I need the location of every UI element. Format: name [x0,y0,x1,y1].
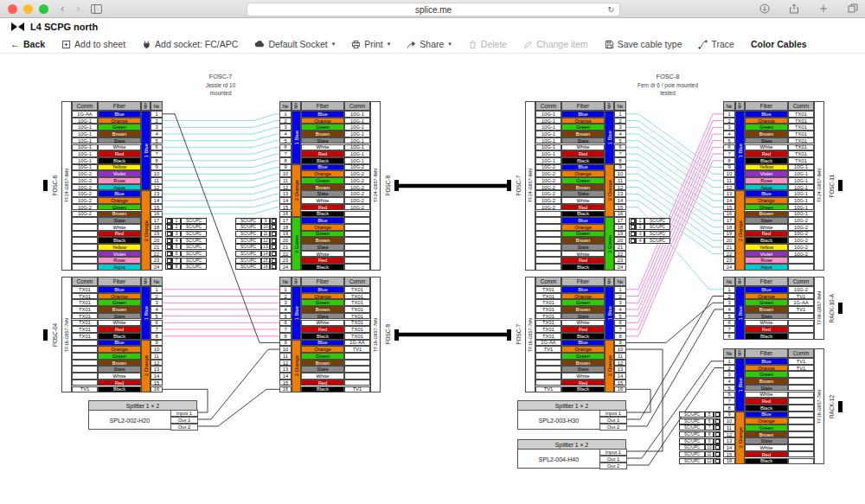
fiber-cell[interactable]: Black [561,211,605,218]
comm-cell[interactable]: 10G-2 [535,177,561,184]
socket-number[interactable]: 5 [172,244,181,250]
comm-cell[interactable]: 10G-1 [788,190,814,197]
socket-icon[interactable] [165,224,172,230]
socket-type-label[interactable]: SC/UPC [679,424,705,431]
socket-type-label[interactable]: SC/UPC [235,244,261,250]
fiber-cell[interactable]: White [98,224,141,231]
fiber-cell[interactable]: Violet [745,251,788,258]
splitter-port-input-1[interactable]: Input 1 [599,410,627,417]
comm-cell[interactable] [344,360,370,367]
fiber-cell[interactable]: Red [98,150,141,157]
comm-cell[interactable]: TV1 [788,293,814,300]
comm-cell[interactable] [344,237,370,244]
fiber-cell[interactable]: White [745,392,788,399]
comm-cell[interactable]: 10G-1 [788,170,814,177]
fiber-cell[interactable]: Blue [561,286,605,293]
new-tab-icon[interactable] [818,3,829,14]
comm-cell[interactable] [535,380,561,386]
fiber-cell[interactable]: Green [745,424,788,431]
fiber-cell[interactable]: Red [301,150,344,157]
fiber-cell[interactable]: Orange [745,118,788,124]
fiber-cell[interactable]: Green [301,177,344,184]
fiber-cell[interactable]: Red [745,326,788,333]
fiber-cell[interactable]: Red [301,257,344,264]
fiber-connection[interactable] [163,201,279,207]
fiber-cell[interactable]: Green [561,231,605,238]
fiber-cell[interactable]: Green [561,353,605,360]
fiber-cell[interactable]: Brown [745,131,788,137]
socket-type-label[interactable]: SC/UPC [235,231,261,237]
socket-type-label[interactable]: SC/UPC [181,231,207,237]
socket-type-label[interactable]: SC/UPC [235,251,261,257]
fiber-cell[interactable]: Red [561,204,605,211]
fiber-cell[interactable]: Blue [301,111,344,118]
fiber-cell[interactable]: Blue [745,286,788,293]
address-bar[interactable]: splice.me ↻ [247,3,620,16]
fiber-cell[interactable]: Blue [301,164,344,171]
socket-type-label[interactable]: SC/UPC [644,224,670,230]
fiber-cell[interactable]: Brown [301,131,344,137]
comm-cell[interactable]: 10G-1 [788,197,814,204]
fiber-connection[interactable] [163,121,279,128]
fiber-cell[interactable]: White [301,320,344,327]
fiber-cell[interactable]: Orange [98,118,141,124]
comm-cell[interactable]: TX01 [788,150,814,157]
fiber-cell[interactable]: Red [745,451,788,458]
socket-icon[interactable] [165,231,172,237]
fiber-cell[interactable]: Brown [98,306,141,313]
comm-cell[interactable]: TX01 [535,299,561,306]
browser-forward-button[interactable]: › [76,0,80,17]
fiber-cell[interactable]: Black [745,405,788,411]
socket-number[interactable]: 8 [705,431,714,437]
fiber-cell[interactable]: Brown [98,211,141,218]
change-item-button[interactable]: Change item [523,39,588,49]
fiber-cell[interactable]: Slate [745,385,788,392]
socket-type-label[interactable]: SC/UPC [181,251,207,257]
socket-type-label[interactable]: SC/UPC [235,258,261,264]
splitter-port-input-1[interactable]: Input 1 [599,449,627,456]
fiber-cell[interactable]: Blue [98,190,141,197]
fiber-cell[interactable]: Slate [745,137,788,144]
fiber-cell[interactable]: Orange [745,197,788,204]
comm-cell[interactable] [788,392,814,399]
comm-cell[interactable]: TX01 [788,124,814,131]
diagram-canvas[interactable]: CommFiberM#№1G-AABlue110G-1Orange210G-1G… [0,0,865,504]
comm-cell[interactable] [344,257,370,264]
fiber-cell[interactable]: Blue [301,340,344,347]
socket-number[interactable]: 1 [636,218,644,224]
comm-cell[interactable] [788,431,814,438]
comm-cell[interactable]: TX01 [72,313,98,320]
comm-cell[interactable] [344,251,370,258]
fiber-cell[interactable]: Red [98,380,141,386]
fiber-cell[interactable]: Green [98,353,141,360]
comm-cell[interactable]: TX01 [72,326,98,333]
default-socket-button[interactable]: Default Socket▾ [254,39,335,49]
comm-cell[interactable] [535,264,561,271]
comm-cell[interactable]: TX01 [344,299,370,306]
comm-cell[interactable]: TX01 [72,299,98,306]
fiber-cell[interactable]: Slate [745,313,788,320]
fiber-cell[interactable]: Orange [561,293,605,300]
fiber-cell[interactable]: Black [561,333,605,340]
fiber-cell[interactable]: Green [745,299,788,306]
fiber-cell[interactable]: Black [561,386,605,393]
comm-cell[interactable] [535,224,561,231]
comm-cell[interactable] [788,444,814,451]
fiber-cell[interactable]: Red [301,326,344,333]
socket-type-label[interactable]: SC/UPC [679,431,705,437]
fiber-cell[interactable]: White [98,144,141,151]
fiber-cell[interactable]: White [301,197,344,204]
closure-note-fosc-7[interactable]: FOSC-7Jessie rd 10mounted [151,73,290,97]
fiber-cell[interactable]: Orange [301,224,344,231]
fiber-cell[interactable]: Slate [561,366,605,373]
comm-cell[interactable]: 10G-1 [535,157,561,164]
comm-cell[interactable]: TX01 [788,144,814,151]
fiber-cell[interactable]: Black [561,264,605,271]
socket-icon[interactable] [165,258,172,264]
comm-cell[interactable] [788,257,814,264]
comm-cell[interactable]: 10G-1 [535,137,561,144]
comm-cell[interactable]: 10G-1 [72,150,98,157]
socket-type-label[interactable]: SC/UPC [644,218,670,224]
fiber-cell[interactable]: Red [98,326,141,333]
comm-cell[interactable]: TX01 [344,333,370,340]
